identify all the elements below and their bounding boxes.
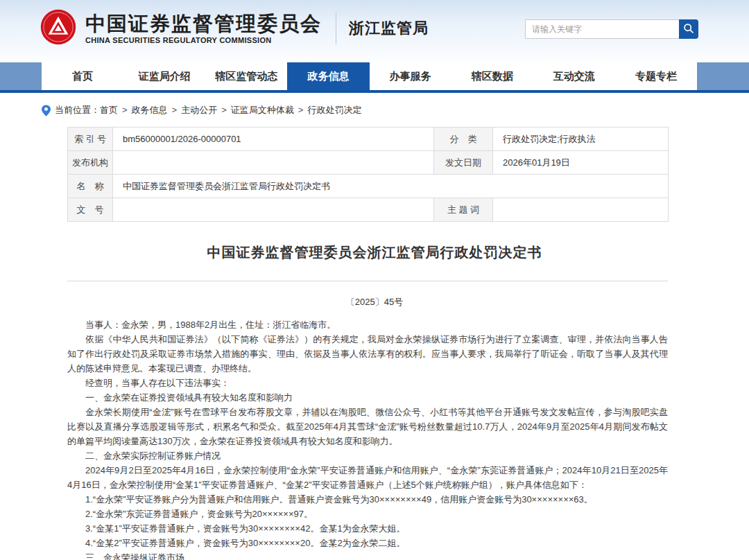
location-pin-icon [42, 105, 51, 116]
category-label: 分 类 [434, 128, 493, 151]
publisher-label: 发布机构 [68, 151, 113, 175]
tab-办事服务[interactable]: 办事服务 [370, 62, 451, 90]
paragraph: 2024年9月2日至2025年4月16日，金永荣控制使用“金永荣”平安证券普通账… [67, 463, 668, 492]
index-label: 索 引 号 [68, 128, 113, 151]
tab-首页[interactable]: 首页 [42, 62, 123, 90]
publisher-value [113, 151, 434, 175]
site-header: 中国证券监督管理委员会 CHINA SECURITIES REGULATORY … [0, 0, 749, 62]
logo-block: 中国证券监督管理委员会 CHINA SECURITIES REGULATORY … [40, 8, 429, 49]
name-label: 名 称 [68, 175, 113, 198]
org-name-en: CHINA SECURITIES REGULATORY COMMISSION [85, 36, 322, 44]
breadcrumb: 当前位置： 首页>政务信息>主动公开>证监局文种体裁>行政处罚决定 [42, 103, 749, 117]
bureau-name: 浙江监管局 [349, 18, 429, 39]
paragraph: 当事人：金永荣，男，1988年2月出生，住址：浙江省临海市。 [67, 317, 668, 332]
breadcrumb-link[interactable]: 政务信息 [132, 105, 168, 115]
table-row: 文 号 主 题 词 [68, 198, 669, 222]
date-label: 发文日期 [434, 151, 493, 175]
breadcrumb-separator: > [298, 105, 304, 115]
main-nav: 首页证监局介绍辖区监管动态政务信息办事服务辖区数据互动交流专题专栏 [0, 62, 749, 90]
header-divider [336, 12, 336, 44]
docno-value [113, 198, 434, 222]
tab-辖区监管动态[interactable]: 辖区监管动态 [205, 62, 287, 90]
paragraph: 三、金永荣操纵证券市场 [67, 550, 668, 560]
breadcrumb-separator: > [221, 105, 227, 115]
document-title: 中国证券监督管理委员会浙江监管局行政处罚决定书 [0, 243, 749, 262]
docno-label: 文 号 [68, 198, 113, 222]
breadcrumb-items: 首页>政务信息>主动公开>证监局文种体裁>行政处罚决定 [100, 104, 361, 116]
title-divider [67, 281, 668, 281]
breadcrumb-link[interactable]: 主动公开 [181, 105, 217, 115]
paragraph: 2.“金永荣”东莞证券普通账户，资金账号为20××××××97。 [67, 507, 668, 521]
search-button[interactable] [679, 19, 698, 39]
nav-underline [0, 90, 749, 93]
breadcrumb-separator: > [122, 105, 128, 115]
nav-tabs: 首页证监局介绍辖区监管动态政务信息办事服务辖区数据互动交流专题专栏 [42, 62, 697, 90]
breadcrumb-separator: > [172, 105, 178, 115]
tab-互动交流[interactable]: 互动交流 [533, 62, 615, 90]
breadcrumb-link[interactable]: 首页 [100, 105, 118, 115]
paragraph: 金永荣长期使用“金浤”账号在雪球平台发布荐股文章，并辅以在淘股吧、微信公众号、小… [67, 405, 668, 448]
tab-辖区数据[interactable]: 辖区数据 [451, 62, 533, 90]
document-number: 〔2025〕45号 [0, 296, 749, 308]
table-row: 索 引 号 bm56000001/2026-00000701 分 类 行政处罚决… [68, 128, 669, 151]
breadcrumb-link[interactable]: 行政处罚决定 [307, 105, 361, 115]
paragraph: 依据《中华人民共和国证券法》（以下简称《证券法》）的有关规定，我局对金永荣操纵证… [67, 332, 668, 376]
paragraph: 3.“金某1”平安证券普通账户，资金账号为30××××××××42。金某1为金永… [67, 521, 668, 536]
search-input[interactable] [525, 19, 679, 39]
name-value: 中国证券监督管理委员会浙江监管局行政处罚决定书 [113, 175, 669, 198]
search-icon [683, 23, 694, 36]
tab-证监局介绍[interactable]: 证监局介绍 [123, 62, 205, 90]
org-name-cn: 中国证券监督管理委员会 [85, 12, 322, 35]
index-value: bm56000001/2026-00000701 [113, 128, 434, 151]
tab-专题专栏[interactable]: 专题专栏 [615, 62, 697, 90]
keywords-label: 主 题 词 [434, 198, 493, 222]
paragraph: 一、金永荣在证券投资领域具有较大知名度和影响力 [67, 390, 668, 405]
table-row: 发布机构 发文日期 2026年01月19日 [68, 151, 669, 175]
search-box [525, 19, 698, 39]
date-value: 2026年01月19日 [493, 151, 669, 175]
paragraph: 1.“金永荣”平安证券账户分为普通账户和信用账户。普通账户资金账号为30××××… [67, 492, 668, 507]
org-title: 中国证券监督管理委员会 CHINA SECURITIES REGULATORY … [85, 12, 322, 44]
table-row: 名 称 中国证券监督管理委员会浙江监管局行政处罚决定书 [68, 175, 669, 198]
breadcrumb-link[interactable]: 证监局文种体裁 [231, 105, 294, 115]
tab-政务信息[interactable]: 政务信息 [287, 62, 369, 90]
category-value: 行政处罚决定;行政执法 [493, 128, 669, 151]
paragraph: 二、金永荣实际控制证券账户情况 [67, 448, 668, 463]
paragraph: 4.“金某2”平安证券普通账户，资金账号为30××××××××20。金某2为金永… [67, 536, 668, 550]
paragraph: 经查明，当事人存在以下违法事实： [67, 376, 668, 390]
breadcrumb-prefix: 当前位置： [55, 104, 100, 116]
csrc-seal-icon [40, 8, 77, 49]
meta-table: 索 引 号 bm56000001/2026-00000701 分 类 行政处罚决… [67, 127, 669, 222]
document-body: 当事人：金永荣，男，1988年2月出生，住址：浙江省临海市。依据《中华人民共和国… [67, 317, 668, 560]
keywords-value [493, 198, 669, 222]
